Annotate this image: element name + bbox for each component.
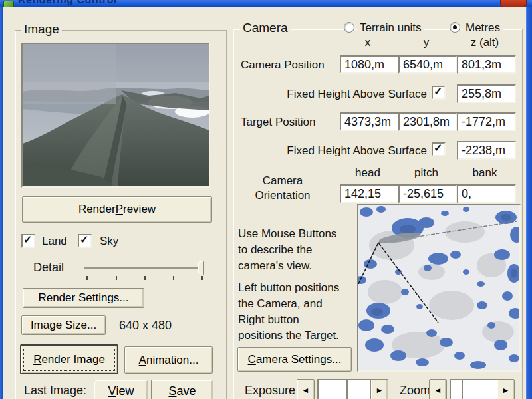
camera-settings-button[interactable]: Camera Settings... xyxy=(237,347,352,372)
focus-rect xyxy=(23,348,115,371)
exposure-field-2[interactable] xyxy=(346,379,372,399)
camera-position-y-field[interactable]: 6540,m xyxy=(398,55,458,74)
metres-label: Metres xyxy=(463,21,503,35)
fixed-height-target-field[interactable]: -2238,m xyxy=(457,141,516,160)
detail-label: Detail xyxy=(33,261,64,275)
head-field[interactable]: 142,15 xyxy=(340,184,399,203)
image-size-value: 640 x 480 xyxy=(119,319,172,332)
image-group-title: Image xyxy=(21,22,62,37)
slider-tick xyxy=(116,276,117,280)
render-settings-button[interactable]: Render Settings... xyxy=(23,288,144,308)
camera-position-x-field[interactable]: 1080,m xyxy=(340,55,399,74)
window-border-right xyxy=(526,7,532,399)
camera-position-label: Camera Position xyxy=(241,59,325,72)
exposure-decrease-button[interactable]: ◄ xyxy=(297,379,315,399)
slider-tick xyxy=(201,276,203,280)
terrain-units-label: Terrain units xyxy=(357,21,424,35)
last-image-label: Last Image: xyxy=(24,384,86,398)
mouse-instructions-1: Use Mouse Buttons to describe the camera… xyxy=(238,226,359,274)
camera-group-title: Camera xyxy=(240,21,291,35)
zoom-label: Zoom xyxy=(400,384,430,398)
render-image-button[interactable]: Render Image xyxy=(20,344,118,374)
head-label: head xyxy=(340,166,396,180)
camera-position-z-field[interactable]: 801,3m xyxy=(457,55,516,74)
render-preview-button[interactable]: Render Preview xyxy=(22,196,212,223)
detail-slider-thumb[interactable] xyxy=(198,261,204,275)
terrain-units-radio[interactable] xyxy=(344,22,354,33)
zoom-field-2[interactable] xyxy=(462,379,499,399)
close-button[interactable] xyxy=(500,0,527,7)
land-label: Land xyxy=(42,235,67,248)
image-size-button[interactable]: Image Size... xyxy=(21,315,106,335)
window-border-left xyxy=(0,7,3,399)
slider-tick xyxy=(173,276,174,280)
window-title: Rendering Control xyxy=(18,0,117,6)
app-icon xyxy=(3,1,14,7)
bank-field[interactable]: 0, xyxy=(457,184,516,203)
col-z-label: z (alt) xyxy=(457,36,513,49)
pitch-field[interactable]: -25,615 xyxy=(398,184,458,203)
col-x-label: x xyxy=(340,36,396,49)
fixed-height-target-checkbox[interactable] xyxy=(432,142,446,156)
mouse-instructions-2: Left button positions the Camera, and Ri… xyxy=(238,280,359,344)
animation-button[interactable]: Animation... xyxy=(124,346,213,374)
fixed-height-camera-label: Fixed Height Above Surface xyxy=(239,88,427,101)
save-button[interactable]: Save xyxy=(151,380,213,399)
camera-orientation-label-2: Orientation xyxy=(239,189,326,202)
camera-orientation-label-1: Camera xyxy=(239,174,326,188)
zoom-increase-button[interactable]: ► xyxy=(497,379,515,399)
target-position-x-field[interactable]: 4373,3m xyxy=(340,112,399,131)
fixed-height-camera-field[interactable]: 255,8m xyxy=(457,84,516,103)
target-position-label: Target Position xyxy=(241,116,315,129)
slider-tick xyxy=(86,276,88,280)
pitch-label: pitch xyxy=(398,166,454,180)
sky-checkbox[interactable] xyxy=(78,234,92,248)
terrain-map-view[interactable] xyxy=(357,204,521,372)
zoom-decrease-button[interactable]: ◄ xyxy=(429,379,447,399)
exposure-increase-button[interactable]: ► xyxy=(370,379,388,399)
exposure-label: Exposure xyxy=(245,384,295,398)
slider-tick xyxy=(144,276,146,280)
render-preview-image xyxy=(21,43,210,188)
metres-radio[interactable] xyxy=(450,22,460,33)
title-bar[interactable]: Rendering Control xyxy=(0,0,532,7)
exposure-field-1[interactable] xyxy=(317,379,348,399)
target-position-z-field[interactable]: -1772,m xyxy=(457,112,516,131)
sky-label: Sky xyxy=(100,235,118,248)
land-checkbox[interactable] xyxy=(21,234,35,248)
detail-slider-track[interactable] xyxy=(84,267,204,269)
view-button[interactable]: View xyxy=(94,380,148,399)
bank-label: bank xyxy=(457,166,513,180)
fixed-height-target-label: Fixed Height Above Surface xyxy=(239,144,427,158)
target-position-y-field[interactable]: 2301,8m xyxy=(398,112,458,131)
fixed-height-camera-checkbox[interactable] xyxy=(432,86,446,100)
col-y-label: y xyxy=(398,36,454,49)
rendering-control-window: Rendering Control Image xyxy=(0,0,532,399)
